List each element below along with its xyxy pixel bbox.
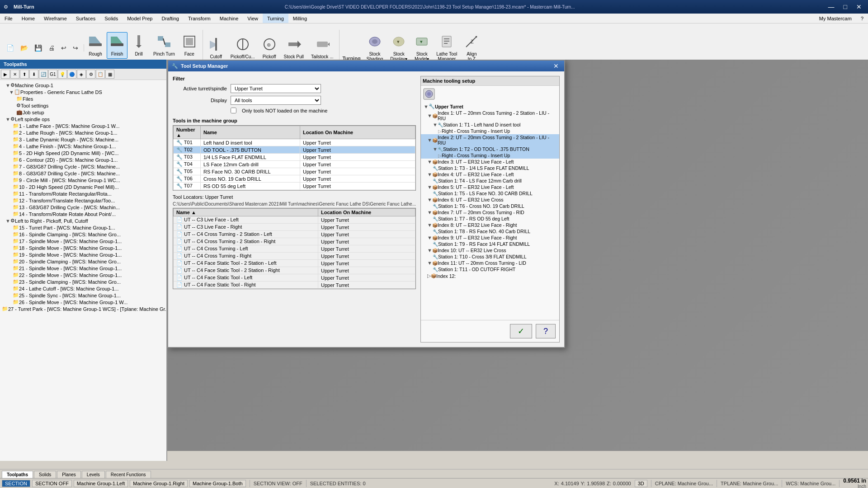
locator-row-6[interactable]: 📄 UT -- C4 Cross Turning - RightUpper Tu… (174, 253, 415, 260)
col-name[interactable]: Name (201, 126, 300, 139)
mtree-index12-row[interactable]: ▷ 📦 Index 12: (421, 272, 559, 279)
toolbar-stock-display[interactable]: ▾ StockDisplay▾ (387, 32, 410, 64)
tree-left-spindle[interactable]: ▼ ⚙ Left spindle ops (2, 116, 165, 122)
menu-file[interactable]: File (0, 14, 17, 23)
tree-op-10[interactable]: 📁 10 - 2D High Speed (2D Dynamic Peel Mi… (2, 183, 165, 190)
tree-left-right[interactable]: ▼ ⚙ Left to Right - Pickoff, Pull, Cutof… (2, 217, 165, 224)
lp-btn-1[interactable]: ▶ (1, 70, 10, 79)
toolbar-cutoff[interactable]: Cutoff (206, 35, 226, 61)
toolbar-face[interactable]: Face (179, 32, 200, 59)
tree-op-25[interactable]: 📁 25 - Spindle Sync - [WCS: Machine Grou… (2, 292, 165, 299)
status-machine-left[interactable]: Machine Group-1.Left (74, 480, 128, 487)
locator-row-1[interactable]: 📄 UT -- C3 Live Face - LeftUpper Turret (174, 216, 415, 224)
col-number[interactable]: Number ▲ (174, 126, 201, 139)
menu-my-mastercam[interactable]: My Mastercam (815, 14, 856, 23)
tree-op-7[interactable]: 📁 7 - G83/G87 Drilling Cycle - [WCS: Mac… (2, 163, 165, 170)
toolbar-redo[interactable]: ↪ (70, 44, 81, 52)
menu-help[interactable]: ? (856, 14, 868, 23)
toolbar-finish[interactable]: Finish (107, 32, 127, 59)
toolbar-align-to-z[interactable]: Z Alignto Z (461, 32, 482, 64)
locator-row-11[interactable]: 📄 UT -- ER32 Live CrossUpper Turret (174, 289, 415, 290)
tree-machine-group[interactable]: ▼ ⚙ Machine Group-1 (2, 82, 165, 89)
tools-scroll[interactable]: Number ▲ Name Location On Machine 🔧 T01 … (173, 126, 415, 190)
menu-solids[interactable]: Solids (100, 14, 123, 23)
menu-surfaces[interactable]: Surfaces (71, 14, 100, 23)
tree-op-12[interactable]: 📁 12 - Transform/Translate Rectangular/T… (2, 197, 165, 204)
tree-op-24[interactable]: 📁 24 - Lathe Cutoff - [WCS: Machine Grou… (2, 285, 165, 292)
mtree-index11-row[interactable]: ▼ 📦 Index 11: UT -- 20mm Cross Turning -… (421, 260, 559, 266)
tree-op-16[interactable]: 📁 16 - Spindle Clamping - [WCS: Machine … (2, 231, 165, 238)
tree-op-3[interactable]: 📁 3 - Lathe Dynamic Rough - [WCS: Machin… (2, 136, 165, 143)
menu-model-prep[interactable]: Model Prep (123, 14, 157, 23)
tab-levels[interactable]: Levels (82, 471, 105, 478)
mtree-index2-insert[interactable]: ▷ Right - Cross Turning - Insert Up (421, 152, 559, 159)
tree-op-15[interactable]: 📁 15 - Turret Part - [WCS: Machine Group… (2, 224, 165, 231)
tree-properties[interactable]: ▼ 📋 Properties - Generic Fanuc Lathe DS (2, 89, 165, 95)
tool-row-t01[interactable]: 🔧 T01 Left hand D insert tool Upper Turr… (174, 139, 415, 146)
tree-op-14[interactable]: 📁 14 - Transform/Rotate Rotate About Poi… (2, 211, 165, 217)
tree-op-1[interactable]: 📁 1 - Lathe Face - [WCS: Machine Group-1… (2, 122, 165, 129)
mtree-index5-station[interactable]: 🔧 Station 1: T5 - LS Face NO. 30 CARB DR… (421, 190, 559, 197)
tool-row-t06[interactable]: 🔧 T06 Cross NO. 19 Carb DRILL Upper Turr… (174, 175, 415, 183)
tree-op-6[interactable]: 📁 6 - Contour (2D) - [WCS: Machine Group… (2, 156, 165, 163)
coord-3d[interactable]: 3D (635, 480, 647, 487)
minimize-button[interactable]: — (826, 3, 837, 10)
locator-row-9[interactable]: 📄 UT -- C4 Face Static Tool - LeftUpper … (174, 274, 415, 282)
mtree-index1-insert[interactable]: ▷ Right - Cross Turning - Insert Up (421, 128, 559, 134)
menu-wireframe[interactable]: Wireframe (39, 14, 71, 23)
toolbar-tailstock[interactable]: Tailstock ... (308, 35, 336, 61)
tree-op-5[interactable]: 📁 5 - 2D High Speed (2D Dynamic Mill) - … (2, 150, 165, 156)
tree-op-13[interactable]: 📁 13 - G83/G87 Drilling Cycle - [WCS: Ma… (2, 204, 165, 211)
toolbar-drill[interactable]: Drill (128, 32, 149, 59)
mtree-index1-station[interactable]: ▼ 🔧 Station 1: T1 - Left hand D insert t… (421, 122, 559, 128)
menu-view[interactable]: View (243, 14, 263, 23)
mtree-index7-row[interactable]: ▼ 📦 Index 7: UT -- 20mm Cross Turning - … (421, 209, 559, 216)
tree-op-22[interactable]: 📁 22 - Spindle Move - [WCS: Machine Grou… (2, 272, 165, 278)
menu-milling[interactable]: Milling (288, 14, 311, 23)
toolbar-open[interactable]: 📂 (18, 44, 31, 52)
toolbar-undo[interactable]: ↩ (58, 44, 69, 52)
locator-row-10[interactable]: 📄 UT -- C4 Face Static Tool - RightUpper… (174, 282, 415, 289)
menu-machine[interactable]: Machine (215, 14, 243, 23)
tree-job-setup[interactable]: 💼 Job setup (2, 109, 165, 116)
lp-btn-12[interactable]: ▦ (105, 70, 114, 79)
tool-row-t08[interactable]: 🔧 T08 RS Face NO. 40 CARB DRILL Upper Tu… (174, 190, 415, 191)
toolbar-pinch-turn[interactable]: Pinch Turn (150, 32, 178, 59)
tree-op-8[interactable]: 📁 8 - G83/G87 Drilling Cycle - [WCS: Mac… (2, 170, 165, 177)
mtree-index10-station[interactable]: 🔧 Station 1: T10 - Cross 3/8 FLAT ENDMIL… (421, 253, 559, 260)
tree-op-23[interactable]: 📁 23 - Spindle Clamping - [WCS: Machine … (2, 278, 165, 285)
status-machine-right[interactable]: Machine Group-1.Right (130, 480, 188, 487)
tool-row-t02[interactable]: 🔧 T02 OD TOOL - .375 BUTTON Upper Turret (174, 146, 415, 154)
dialog-ok-button[interactable]: ✓ (510, 324, 532, 338)
tree-op-27[interactable]: 📁 27 - Turret Park - [WCS: Machine Group… (2, 305, 165, 312)
dialog-help-button[interactable]: ? (536, 324, 556, 338)
machine-tree-scroll[interactable]: ▼ 🔧 Upper Turret ▼ 📦 Index 1: UT -- 20mm… (421, 103, 559, 320)
menu-turning[interactable]: Turning (263, 14, 288, 23)
display-select[interactable]: All tools (231, 96, 321, 105)
active-turret-select[interactable]: Upper Turret (231, 84, 321, 93)
lp-btn-5[interactable]: 🔄 (39, 70, 48, 79)
tab-solids[interactable]: Solids (34, 471, 56, 478)
toolbar-rough[interactable]: Toolpaths Rough (85, 32, 106, 59)
tree-op-18[interactable]: 📁 18 - Spindle Move - [WCS: Machine Grou… (2, 244, 165, 251)
tab-planes[interactable]: Planes (57, 471, 81, 478)
not-loaded-checkbox[interactable] (231, 108, 236, 113)
toolbar-print[interactable]: 🖨 (46, 44, 57, 52)
menu-home[interactable]: Home (17, 14, 39, 23)
mtree-index4-station[interactable]: 🔧 Station 1: T4 - LS Face 12mm Carb dril… (421, 178, 559, 184)
tree-op-21[interactable]: 📁 21 - Spindle Move - [WCS: Machine Grou… (2, 265, 165, 272)
status-section-off[interactable]: SECTION OFF (32, 480, 72, 487)
locator-row-7[interactable]: 📄 UT -- C4 Face Static Tool - 2 Station … (174, 260, 415, 267)
mtree-upper-turret[interactable]: ▼ 🔧 Upper Turret (421, 103, 559, 110)
mtree-index6-row[interactable]: ▼ 📦 Index 6: UT -- ER32 Live Cross (421, 197, 559, 203)
status-machine-both[interactable]: Machine Group-1.Both (189, 480, 246, 487)
lp-btn-4[interactable]: ⬇ (29, 70, 38, 79)
locator-row-3[interactable]: 📄 UT -- C4 Cross Turning - 2 Station - L… (174, 231, 415, 238)
toolbar-pickoff[interactable]: ⊕ Pickoff (259, 35, 280, 61)
col-location[interactable]: Location On Machine (300, 126, 415, 139)
dialog-close-button[interactable]: ✕ (552, 62, 561, 70)
mtree-index7-station[interactable]: 🔧 Station 1: T7 - RS OD 55 deg Left (421, 216, 559, 222)
lp-btn-3[interactable]: ⬆ (20, 70, 29, 79)
toolbar-save[interactable]: 💾 (32, 44, 45, 52)
mtree-index2-row[interactable]: ▼ 📦 Index 2: UT -- 20mm Cross Turning - … (421, 134, 559, 146)
